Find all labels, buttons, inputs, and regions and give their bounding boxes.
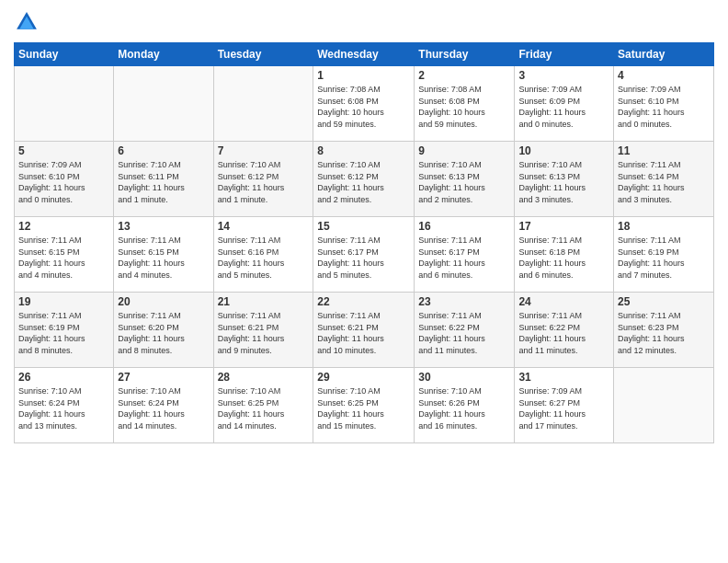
page: SundayMondayTuesdayWednesdayThursdayFrid… xyxy=(0,0,728,563)
week-row-3: 12Sunrise: 7:11 AM Sunset: 6:15 PM Dayli… xyxy=(15,217,714,293)
day-number: 31 xyxy=(518,371,609,384)
day-number: 23 xyxy=(418,295,510,308)
week-row-1: 1Sunrise: 7:08 AM Sunset: 6:08 PM Daylig… xyxy=(15,66,714,142)
day-cell: 5Sunrise: 7:09 AM Sunset: 6:10 PM Daylig… xyxy=(15,142,114,217)
day-header-friday: Friday xyxy=(515,43,614,66)
day-number: 15 xyxy=(317,220,410,233)
day-cell: 10Sunrise: 7:10 AM Sunset: 6:13 PM Dayli… xyxy=(515,142,614,217)
day-cell: 4Sunrise: 7:09 AM Sunset: 6:10 PM Daylig… xyxy=(614,66,714,142)
day-number: 1 xyxy=(317,69,410,82)
day-info: Sunrise: 7:10 AM Sunset: 6:12 PM Dayligh… xyxy=(218,159,310,205)
day-number: 30 xyxy=(418,371,510,384)
day-number: 28 xyxy=(218,371,310,384)
day-cell: 12Sunrise: 7:11 AM Sunset: 6:15 PM Dayli… xyxy=(15,217,114,293)
day-cell: 27Sunrise: 7:10 AM Sunset: 6:24 PM Dayli… xyxy=(114,368,213,443)
day-cell: 6Sunrise: 7:10 AM Sunset: 6:11 PM Daylig… xyxy=(114,142,213,217)
day-number: 4 xyxy=(618,69,710,82)
day-info: Sunrise: 7:10 AM Sunset: 6:12 PM Dayligh… xyxy=(317,159,410,205)
day-number: 21 xyxy=(218,295,310,308)
day-number: 18 xyxy=(618,220,710,233)
day-header-thursday: Thursday xyxy=(415,43,515,66)
day-number: 5 xyxy=(18,144,109,157)
day-cell: 8Sunrise: 7:10 AM Sunset: 6:12 PM Daylig… xyxy=(313,142,415,217)
day-header-wednesday: Wednesday xyxy=(313,43,415,66)
day-number: 14 xyxy=(218,220,310,233)
logo xyxy=(14,9,43,35)
day-number: 25 xyxy=(618,295,710,308)
day-number: 9 xyxy=(418,144,510,157)
day-cell: 21Sunrise: 7:11 AM Sunset: 6:21 PM Dayli… xyxy=(213,293,313,368)
day-info: Sunrise: 7:09 AM Sunset: 6:09 PM Dayligh… xyxy=(518,84,609,130)
day-number: 10 xyxy=(518,144,609,157)
day-info: Sunrise: 7:10 AM Sunset: 6:24 PM Dayligh… xyxy=(18,385,109,431)
day-number: 3 xyxy=(518,69,609,82)
day-number: 26 xyxy=(18,371,109,384)
day-number: 12 xyxy=(18,220,109,233)
day-number: 13 xyxy=(118,220,209,233)
day-info: Sunrise: 7:11 AM Sunset: 6:18 PM Dayligh… xyxy=(518,235,609,281)
day-info: Sunrise: 7:10 AM Sunset: 6:24 PM Dayligh… xyxy=(118,385,209,431)
day-header-sunday: Sunday xyxy=(15,43,114,66)
day-info: Sunrise: 7:11 AM Sunset: 6:16 PM Dayligh… xyxy=(218,235,310,281)
day-number: 8 xyxy=(317,144,410,157)
day-info: Sunrise: 7:11 AM Sunset: 6:19 PM Dayligh… xyxy=(18,310,109,356)
day-number: 29 xyxy=(317,371,410,384)
day-cell: 1Sunrise: 7:08 AM Sunset: 6:08 PM Daylig… xyxy=(313,66,415,142)
day-info: Sunrise: 7:09 AM Sunset: 6:10 PM Dayligh… xyxy=(618,84,710,130)
day-number: 20 xyxy=(118,295,209,308)
header-row: SundayMondayTuesdayWednesdayThursdayFrid… xyxy=(15,43,714,66)
day-header-tuesday: Tuesday xyxy=(213,43,313,66)
week-row-5: 26Sunrise: 7:10 AM Sunset: 6:24 PM Dayli… xyxy=(15,368,714,443)
day-number: 11 xyxy=(618,144,710,157)
day-info: Sunrise: 7:11 AM Sunset: 6:20 PM Dayligh… xyxy=(118,310,209,356)
day-info: Sunrise: 7:11 AM Sunset: 6:21 PM Dayligh… xyxy=(317,310,410,356)
day-cell: 28Sunrise: 7:10 AM Sunset: 6:25 PM Dayli… xyxy=(213,368,313,443)
day-info: Sunrise: 7:10 AM Sunset: 6:26 PM Dayligh… xyxy=(418,385,510,431)
day-cell: 9Sunrise: 7:10 AM Sunset: 6:13 PM Daylig… xyxy=(415,142,515,217)
day-number: 6 xyxy=(118,144,209,157)
day-cell: 18Sunrise: 7:11 AM Sunset: 6:19 PM Dayli… xyxy=(614,217,714,293)
day-info: Sunrise: 7:11 AM Sunset: 6:14 PM Dayligh… xyxy=(618,159,710,205)
logo-icon xyxy=(14,9,40,35)
day-cell: 30Sunrise: 7:10 AM Sunset: 6:26 PM Dayli… xyxy=(415,368,515,443)
day-cell: 13Sunrise: 7:11 AM Sunset: 6:15 PM Dayli… xyxy=(114,217,213,293)
day-cell: 25Sunrise: 7:11 AM Sunset: 6:23 PM Dayli… xyxy=(614,293,714,368)
day-header-saturday: Saturday xyxy=(614,43,714,66)
day-info: Sunrise: 7:11 AM Sunset: 6:22 PM Dayligh… xyxy=(418,310,510,356)
week-row-2: 5Sunrise: 7:09 AM Sunset: 6:10 PM Daylig… xyxy=(15,142,714,217)
day-cell: 31Sunrise: 7:09 AM Sunset: 6:27 PM Dayli… xyxy=(515,368,614,443)
day-cell: 17Sunrise: 7:11 AM Sunset: 6:18 PM Dayli… xyxy=(515,217,614,293)
day-cell: 14Sunrise: 7:11 AM Sunset: 6:16 PM Dayli… xyxy=(213,217,313,293)
day-info: Sunrise: 7:11 AM Sunset: 6:22 PM Dayligh… xyxy=(518,310,609,356)
day-info: Sunrise: 7:10 AM Sunset: 6:25 PM Dayligh… xyxy=(317,385,410,431)
day-info: Sunrise: 7:10 AM Sunset: 6:25 PM Dayligh… xyxy=(218,385,310,431)
day-info: Sunrise: 7:10 AM Sunset: 6:11 PM Dayligh… xyxy=(118,159,209,205)
day-cell xyxy=(614,368,714,443)
day-info: Sunrise: 7:08 AM Sunset: 6:08 PM Dayligh… xyxy=(418,84,510,130)
day-cell: 26Sunrise: 7:10 AM Sunset: 6:24 PM Dayli… xyxy=(15,368,114,443)
day-info: Sunrise: 7:11 AM Sunset: 6:17 PM Dayligh… xyxy=(317,235,410,281)
day-number: 27 xyxy=(118,371,209,384)
day-number: 7 xyxy=(218,144,310,157)
day-cell: 7Sunrise: 7:10 AM Sunset: 6:12 PM Daylig… xyxy=(213,142,313,217)
day-info: Sunrise: 7:10 AM Sunset: 6:13 PM Dayligh… xyxy=(418,159,510,205)
day-cell: 3Sunrise: 7:09 AM Sunset: 6:09 PM Daylig… xyxy=(515,66,614,142)
day-cell: 16Sunrise: 7:11 AM Sunset: 6:17 PM Dayli… xyxy=(415,217,515,293)
day-cell: 11Sunrise: 7:11 AM Sunset: 6:14 PM Dayli… xyxy=(614,142,714,217)
day-number: 2 xyxy=(418,69,510,82)
day-cell: 19Sunrise: 7:11 AM Sunset: 6:19 PM Dayli… xyxy=(15,293,114,368)
day-info: Sunrise: 7:08 AM Sunset: 6:08 PM Dayligh… xyxy=(317,84,410,130)
day-info: Sunrise: 7:09 AM Sunset: 6:27 PM Dayligh… xyxy=(518,385,609,431)
day-cell: 23Sunrise: 7:11 AM Sunset: 6:22 PM Dayli… xyxy=(415,293,515,368)
day-number: 19 xyxy=(18,295,109,308)
day-number: 22 xyxy=(317,295,410,308)
day-info: Sunrise: 7:11 AM Sunset: 6:19 PM Dayligh… xyxy=(618,235,710,281)
day-number: 24 xyxy=(518,295,609,308)
calendar: SundayMondayTuesdayWednesdayThursdayFrid… xyxy=(14,42,714,443)
day-info: Sunrise: 7:09 AM Sunset: 6:10 PM Dayligh… xyxy=(18,159,109,205)
day-cell: 2Sunrise: 7:08 AM Sunset: 6:08 PM Daylig… xyxy=(415,66,515,142)
day-cell: 15Sunrise: 7:11 AM Sunset: 6:17 PM Dayli… xyxy=(313,217,415,293)
day-cell: 29Sunrise: 7:10 AM Sunset: 6:25 PM Dayli… xyxy=(313,368,415,443)
day-info: Sunrise: 7:11 AM Sunset: 6:17 PM Dayligh… xyxy=(418,235,510,281)
day-cell: 20Sunrise: 7:11 AM Sunset: 6:20 PM Dayli… xyxy=(114,293,213,368)
